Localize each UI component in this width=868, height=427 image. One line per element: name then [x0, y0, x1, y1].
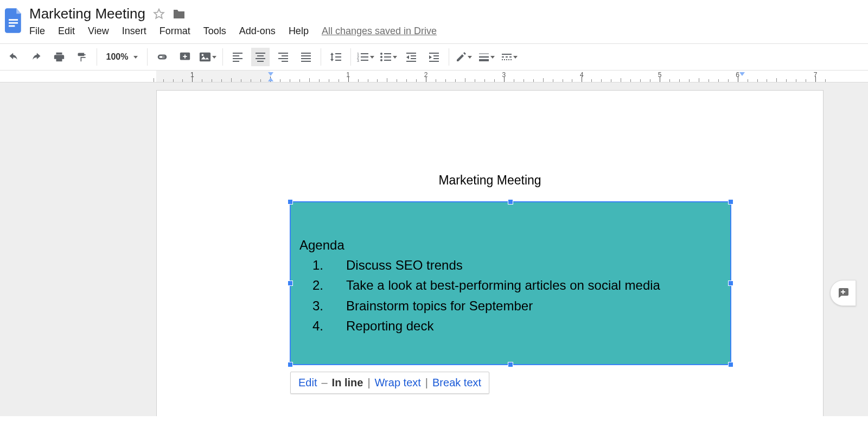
resize-handle-se[interactable] — [728, 362, 733, 367]
svg-rect-4 — [200, 53, 210, 62]
svg-rect-2 — [9, 26, 15, 27]
image-options-toolbar: Edit – In line | Wrap text | Break text — [290, 372, 489, 394]
print-button[interactable] — [50, 48, 68, 66]
save-status[interactable]: All changes saved in Drive — [322, 26, 437, 37]
chevron-down-icon — [212, 56, 216, 59]
chevron-down-icon — [393, 56, 397, 59]
border-dash-button[interactable] — [500, 48, 519, 66]
agenda-item: Take a look at best-performing articles … — [346, 275, 660, 295]
zoom-select[interactable]: 100% — [103, 48, 142, 66]
docs-logo[interactable] — [4, 8, 24, 34]
separator: – — [321, 377, 327, 389]
insert-link-button[interactable] — [153, 48, 171, 66]
agenda-item: Reporting deck — [346, 316, 433, 336]
insert-comment-button[interactable] — [176, 48, 194, 66]
svg-point-11 — [380, 59, 382, 61]
menu-bar: File Edit View Insert Format Tools Add-o… — [29, 26, 864, 37]
comment-plus-icon — [837, 286, 850, 299]
edit-drawing-link[interactable]: Edit — [298, 377, 317, 389]
menu-addons[interactable]: Add-ons — [239, 26, 276, 37]
chevron-down-icon — [468, 56, 472, 59]
move-to-folder-icon[interactable] — [173, 8, 186, 20]
insert-image-button[interactable] — [199, 48, 217, 66]
svg-point-5 — [202, 54, 204, 56]
title-area: Marketing Meeting File Edit View Insert … — [29, 5, 864, 37]
border-weight-button[interactable] — [477, 48, 496, 66]
line-spacing-button[interactable] — [327, 48, 345, 66]
wrap-mode-inline[interactable]: In line — [332, 377, 363, 389]
align-right-button[interactable] — [274, 48, 292, 66]
add-comment-button[interactable] — [830, 280, 856, 306]
star-icon[interactable] — [153, 8, 165, 20]
agenda-item: Discuss SEO trends — [346, 255, 463, 275]
separator: | — [425, 377, 428, 389]
svg-text:3: 3 — [357, 59, 359, 62]
increase-indent-button[interactable] — [425, 48, 443, 66]
menu-help[interactable]: Help — [289, 26, 309, 37]
chevron-down-icon — [490, 56, 495, 59]
menu-file[interactable]: File — [29, 26, 45, 37]
svg-point-9 — [380, 53, 382, 55]
separator: | — [367, 377, 370, 389]
undo-button[interactable] — [4, 48, 23, 66]
paint-format-button[interactable] — [73, 48, 91, 66]
chevron-down-icon — [513, 56, 518, 59]
menu-format[interactable]: Format — [159, 26, 190, 37]
page-title[interactable]: Marketing Meeting — [157, 173, 823, 188]
numbered-list-button[interactable]: 123 — [356, 48, 375, 66]
resize-handle-s[interactable] — [508, 362, 513, 367]
align-left-button[interactable] — [228, 48, 247, 66]
align-justify-button[interactable] — [297, 48, 315, 66]
horizontal-ruler[interactable]: 111234567 — [0, 71, 868, 82]
document-icon — [5, 8, 23, 33]
redo-button[interactable] — [27, 48, 46, 66]
resize-handle-sw[interactable] — [288, 362, 293, 367]
agenda-item: Brainstorm topics for September — [346, 296, 533, 316]
document-page[interactable]: Marketing Meeting Agenda 1.Discuss SEO t… — [156, 90, 824, 416]
menu-tools[interactable]: Tools — [203, 26, 226, 37]
menu-insert[interactable]: Insert — [122, 26, 146, 37]
svg-rect-0 — [9, 19, 18, 21]
wrap-mode-wrap[interactable]: Wrap text — [375, 377, 421, 389]
menu-edit[interactable]: Edit — [58, 26, 75, 37]
header: Marketing Meeting File Edit View Insert … — [0, 0, 868, 37]
agenda-list: 1.Discuss SEO trends 2.Take a look at be… — [299, 255, 722, 336]
agenda-heading: Agenda — [299, 235, 722, 255]
chevron-down-icon — [370, 56, 374, 59]
border-color-button[interactable] — [455, 48, 473, 66]
svg-rect-1 — [9, 22, 18, 24]
decrease-indent-button[interactable] — [402, 48, 420, 66]
svg-point-10 — [380, 56, 382, 58]
document-title[interactable]: Marketing Meeting — [29, 5, 145, 22]
drawing-content: Agenda 1.Discuss SEO trends 2.Take a loo… — [291, 202, 730, 336]
chevron-down-icon — [133, 56, 138, 59]
wrap-mode-break[interactable]: Break text — [432, 377, 481, 389]
workspace: 111234567 Marketing Meeting Agenda 1.Dis… — [0, 71, 868, 416]
zoom-value: 100% — [106, 52, 129, 62]
menu-view[interactable]: View — [88, 26, 109, 37]
inline-drawing[interactable]: Agenda 1.Discuss SEO trends 2.Take a loo… — [290, 202, 731, 365]
toolbar: 100% 123 — [0, 43, 868, 71]
align-center-button[interactable] — [251, 48, 270, 66]
bulleted-list-button[interactable] — [379, 48, 398, 66]
